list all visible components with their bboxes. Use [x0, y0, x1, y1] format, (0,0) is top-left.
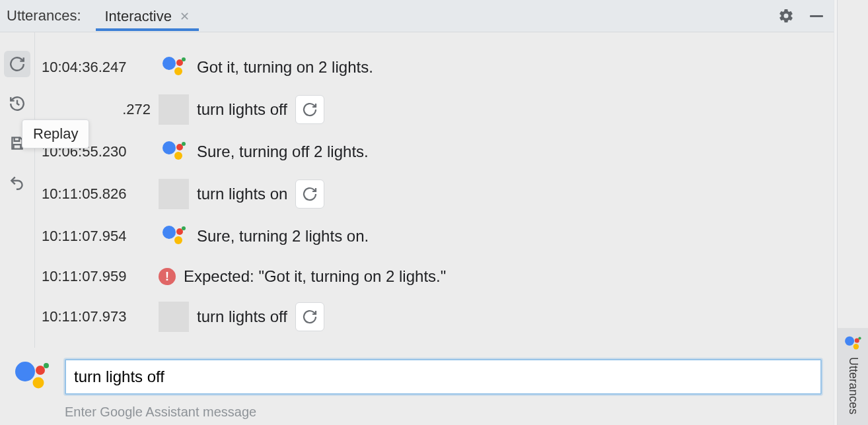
replay-utterance-button[interactable]: [295, 95, 324, 124]
right-rail: Utterances: [837, 0, 868, 425]
tab-label: Interactive: [105, 8, 172, 25]
svg-point-22: [858, 337, 861, 339]
log-row: 10:11:07.973 turn lights off: [42, 302, 827, 332]
replay-utterance-button[interactable]: [295, 302, 324, 331]
message-input[interactable]: [65, 359, 822, 395]
replay-utterance-button[interactable]: [295, 180, 324, 209]
close-icon[interactable]: ✕: [180, 9, 190, 24]
timestamp: .272: [42, 101, 151, 118]
minimize-icon[interactable]: [809, 8, 824, 24]
log-row: .272 turn lights off: [42, 94, 827, 125]
user-avatar-icon: [159, 94, 189, 125]
history-button[interactable]: [4, 90, 30, 117]
svg-point-2: [182, 57, 186, 61]
svg-point-3: [174, 67, 182, 75]
assistant-avatar-icon: [159, 137, 189, 167]
assistant-avatar-icon: [159, 221, 189, 251]
svg-point-18: [44, 363, 49, 368]
log-row: 10:11:07.954 Sure, turning 2 lights on.: [42, 221, 827, 251]
timestamp: 10:11:07.959: [42, 268, 151, 285]
svg-point-4: [163, 141, 176, 154]
timestamp: 10:04:36.247: [42, 59, 151, 76]
user-avatar-icon: [159, 302, 189, 332]
svg-point-10: [182, 226, 186, 230]
log-row: 10:11:05.826 turn lights on: [42, 179, 827, 209]
svg-point-19: [33, 377, 44, 389]
gear-icon[interactable]: [778, 8, 794, 24]
svg-point-8: [163, 226, 176, 239]
log-row: 10:04:36.247 Got it, turning on 2 lights…: [42, 52, 827, 82]
svg-point-0: [163, 57, 176, 70]
replay-tooltip: Replay: [22, 119, 89, 148]
log-row: 10:06:55.230 Sure, turning off 2 lights.: [42, 137, 827, 167]
assistant-logo-icon: [12, 357, 52, 397]
svg-point-7: [174, 152, 182, 160]
panel-header: Utterances: Interactive ✕: [0, 0, 834, 32]
timestamp: 10:11:05.826: [42, 185, 151, 203]
svg-point-11: [174, 236, 182, 244]
undo-button[interactable]: [4, 170, 30, 196]
panel-title: Utterances:: [7, 7, 81, 24]
error-icon: !: [159, 268, 176, 285]
assistant-message: Sure, turning off 2 lights.: [197, 143, 369, 161]
timestamp: 10:11:07.954: [42, 228, 151, 245]
tab-interactive[interactable]: Interactive ✕: [96, 2, 199, 30]
svg-point-16: [15, 362, 35, 381]
left-toolbar: [0, 32, 34, 348]
utterance-log: 10:04:36.247 Got it, turning on 2 lights…: [34, 32, 834, 348]
user-message: turn lights off: [197, 100, 287, 119]
error-message: Expected: "Got it, turning on 2 lights.": [184, 267, 446, 286]
timestamp: 10:11:07.973: [42, 308, 151, 325]
assistant-avatar-icon: [159, 52, 189, 82]
log-row: 10:11:07.959 ! Expected: "Got it, turnin…: [42, 263, 827, 290]
user-avatar-icon: [159, 179, 189, 209]
svg-point-6: [182, 142, 186, 146]
replay-button[interactable]: [4, 51, 30, 77]
svg-point-17: [36, 366, 45, 375]
svg-point-23: [853, 344, 859, 349]
user-message: turn lights off: [197, 308, 287, 326]
assistant-logo-icon: [844, 335, 862, 353]
tooltip-label: Replay: [33, 125, 78, 142]
rail-tab-utterances[interactable]: Utterances: [838, 328, 868, 425]
assistant-avatar-icon: [159, 344, 189, 348]
rail-tab-label: Utterances: [846, 357, 860, 414]
svg-point-20: [845, 337, 854, 346]
message-input-bar: Enter Google Assistant message: [0, 348, 834, 425]
input-hint: Enter Google Assistant message: [65, 405, 822, 420]
user-message: turn lights on: [197, 185, 287, 203]
log-row: 10:11:10.114 Sure, turning 2 lights off.: [42, 344, 827, 348]
assistant-message: Got it, turning on 2 lights.: [197, 58, 373, 77]
assistant-message: Sure, turning 2 lights on.: [197, 227, 369, 245]
